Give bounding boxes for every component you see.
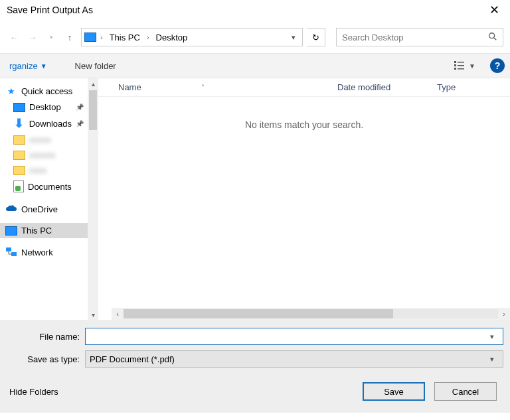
empty-message: No items match your search. [98, 97, 510, 130]
savetype-select[interactable]: PDF Document (*.pdf) ▾ [85, 350, 503, 368]
savetype-value: PDF Document (*.pdf) [90, 354, 485, 364]
scroll-down-icon[interactable]: ▾ [88, 309, 98, 320]
sidebar-item-documents[interactable]: Documents [0, 178, 88, 195]
help-icon: ? [495, 60, 501, 71]
chevron-down-icon: ▾ [292, 33, 296, 41]
chevron-down-icon: ▼ [41, 62, 47, 70]
forward-button[interactable]: → [25, 30, 40, 44]
save-button[interactable]: Save [363, 382, 425, 401]
sidebar-item-label: This PC [21, 226, 52, 236]
svg-rect-8 [6, 247, 11, 251]
organize-label: rganize [9, 61, 38, 71]
cancel-button[interactable]: Cancel [434, 382, 497, 401]
sidebar-item-network[interactable]: Network [0, 244, 88, 261]
chevron-down-icon: ▾ [490, 332, 494, 340]
sidebar-item-folder[interactable]: xxxxx [0, 132, 88, 147]
titlebar: Save Print Output As ✕ [0, 0, 510, 20]
file-list-area: Name ˄ Date modified Type No items match… [98, 78, 510, 320]
svg-rect-7 [458, 68, 464, 70]
toolbar: rganize ▼ New folder ▼ ? [0, 53, 510, 78]
savetype-label: Save as type: [7, 354, 85, 364]
scroll-up-icon[interactable]: ▴ [88, 78, 98, 89]
sidebar-item-label: Network [21, 247, 53, 257]
desktop-icon [13, 103, 25, 112]
chevron-down-icon: ▾ [50, 34, 53, 40]
sidebar-item-label: Desktop [29, 102, 61, 112]
up-icon: ↑ [68, 33, 72, 42]
sidebar-item-desktop[interactable]: Desktop [0, 100, 88, 115]
folder-icon [13, 166, 25, 175]
sidebar-item-folder[interactable]: xxxxxx [0, 147, 88, 163]
chevron-down-icon: ▾ [485, 355, 499, 364]
sidebar-item-onedrive[interactable]: OneDrive [0, 200, 88, 218]
search-input[interactable] [342, 33, 488, 42]
scrollbar-track[interactable] [124, 309, 498, 318]
search-box[interactable] [336, 28, 503, 46]
sidebar-item-downloads[interactable]: ⬇ Downloads [0, 115, 88, 132]
chevron-down-icon: ▼ [469, 62, 475, 70]
documents-icon [13, 180, 24, 192]
hide-folders-button[interactable]: Hide Folders [9, 387, 58, 397]
scrollbar-thumb[interactable] [89, 90, 97, 130]
thispc-icon [84, 33, 96, 42]
address-bar[interactable]: › This PC › Desktop ▾ [81, 28, 303, 46]
breadcrumb-thispc[interactable]: This PC [107, 33, 143, 42]
thispc-icon [5, 226, 17, 236]
svg-rect-2 [454, 61, 456, 63]
back-icon: ← [10, 33, 19, 42]
back-button[interactable]: ← [7, 30, 21, 44]
sidebar-item-label: xxxx [29, 165, 46, 175]
sidebar-item-quickaccess[interactable]: ★ Quick access [0, 82, 88, 100]
filename-input[interactable] [90, 332, 485, 342]
sidebar-item-label: Downloads [29, 119, 72, 129]
svg-rect-6 [454, 68, 456, 70]
savetype-row: Save as type: PDF Document (*.pdf) ▾ [7, 350, 503, 368]
filename-row: File name: ▾ [7, 328, 503, 345]
refresh-button[interactable]: ↻ [307, 28, 325, 46]
scrollbar-thumb[interactable] [124, 309, 393, 318]
sidebar-item-folder[interactable]: xxxx [0, 163, 88, 178]
sidebar-scrollbar[interactable]: ▴ ▾ [88, 78, 98, 320]
chevron-right-icon: › [145, 33, 151, 41]
sidebar-item-label: xxxxx [29, 135, 51, 145]
sidebar-item-label: Documents [28, 182, 72, 192]
window-title: Save Print Output As [5, 5, 483, 15]
scroll-right-icon[interactable]: › [498, 310, 510, 318]
new-folder-button[interactable]: New folder [71, 58, 120, 74]
folder-icon [13, 135, 25, 145]
organize-button[interactable]: rganize ▼ [5, 58, 51, 74]
refresh-icon: ↻ [312, 33, 319, 42]
filename-label: File name: [7, 332, 85, 342]
svg-rect-4 [454, 64, 456, 66]
forward-icon: → [29, 33, 37, 42]
sidebar-item-thispc[interactable]: This PC [0, 223, 88, 238]
star-icon: ★ [5, 85, 17, 97]
svg-point-0 [489, 33, 495, 38]
filename-field[interactable]: ▾ [85, 328, 503, 345]
horizontal-scrollbar[interactable]: ‹ › [112, 308, 510, 320]
column-name-label: Name [118, 82, 141, 92]
column-type[interactable]: Type [437, 82, 510, 92]
svg-line-1 [494, 37, 497, 40]
close-icon: ✕ [489, 3, 499, 17]
search-icon [488, 32, 497, 43]
sidebar: ★ Quick access Desktop ⬇ Downloads xxxxx… [0, 78, 98, 320]
filename-dropdown[interactable]: ▾ [485, 332, 499, 341]
help-button[interactable]: ? [490, 58, 505, 73]
svg-rect-9 [11, 252, 17, 256]
sidebar-item-label: OneDrive [21, 204, 58, 214]
svg-rect-3 [458, 62, 464, 63]
up-button[interactable]: ↑ [62, 30, 77, 44]
recent-dropdown[interactable]: ▾ [44, 30, 58, 44]
column-headers: Name ˄ Date modified Type [98, 78, 510, 97]
scroll-left-icon[interactable]: ‹ [112, 310, 124, 318]
download-icon: ⬇ [13, 117, 25, 129]
close-button[interactable]: ✕ [483, 0, 505, 20]
column-date[interactable]: Date modified [337, 82, 437, 92]
address-dropdown[interactable]: ▾ [288, 33, 299, 42]
sidebar-item-label: Quick access [21, 86, 72, 96]
column-name[interactable]: Name ˄ [118, 82, 337, 92]
view-button[interactable]: ▼ [450, 58, 479, 74]
chevron-right-icon: › [99, 33, 104, 41]
breadcrumb-desktop[interactable]: Desktop [153, 33, 191, 42]
